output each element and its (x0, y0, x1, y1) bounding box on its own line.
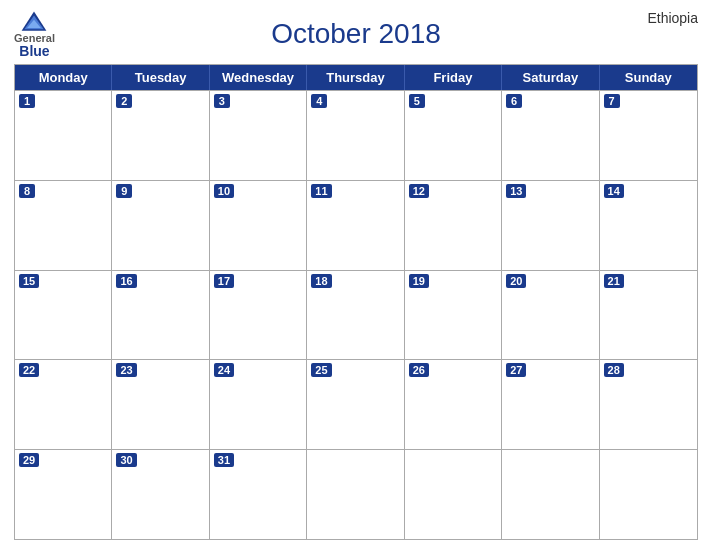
day-number: 17 (214, 274, 234, 288)
day-number: 6 (506, 94, 522, 108)
day-number: 28 (604, 363, 624, 377)
day-number: 14 (604, 184, 624, 198)
week-row-2: 891011121314 (15, 180, 697, 270)
day-number: 15 (19, 274, 39, 288)
day-cell-3-6: 28 (600, 360, 697, 449)
day-number: 22 (19, 363, 39, 377)
day-cell-0-2: 3 (210, 91, 307, 180)
day-cell-4-4 (405, 450, 502, 539)
day-number: 23 (116, 363, 136, 377)
day-cell-2-4: 19 (405, 271, 502, 360)
calendar-page: General Blue October 2018 Ethiopia Monda… (0, 0, 712, 550)
day-cell-0-1: 2 (112, 91, 209, 180)
day-number: 20 (506, 274, 526, 288)
header-thursday: Thursday (307, 65, 404, 90)
day-cell-3-3: 25 (307, 360, 404, 449)
day-cell-1-5: 13 (502, 181, 599, 270)
day-number: 9 (116, 184, 132, 198)
day-number: 16 (116, 274, 136, 288)
day-number: 25 (311, 363, 331, 377)
day-number: 29 (19, 453, 39, 467)
day-cell-1-4: 12 (405, 181, 502, 270)
day-cell-1-1: 9 (112, 181, 209, 270)
day-cell-4-5 (502, 450, 599, 539)
day-headers-row: Monday Tuesday Wednesday Thursday Friday… (15, 65, 697, 90)
day-cell-2-0: 15 (15, 271, 112, 360)
country-label: Ethiopia (647, 10, 698, 26)
day-cell-2-6: 21 (600, 271, 697, 360)
weeks-container: 1234567891011121314151617181920212223242… (15, 90, 697, 539)
calendar-grid: Monday Tuesday Wednesday Thursday Friday… (14, 64, 698, 540)
day-number: 5 (409, 94, 425, 108)
day-cell-1-2: 10 (210, 181, 307, 270)
day-cell-0-4: 5 (405, 91, 502, 180)
day-number: 4 (311, 94, 327, 108)
day-cell-3-4: 26 (405, 360, 502, 449)
logo: General Blue (14, 10, 55, 58)
day-cell-1-6: 14 (600, 181, 697, 270)
logo-icon (20, 10, 48, 32)
day-cell-4-2: 31 (210, 450, 307, 539)
day-number: 27 (506, 363, 526, 377)
day-cell-3-5: 27 (502, 360, 599, 449)
day-cell-3-1: 23 (112, 360, 209, 449)
day-number: 18 (311, 274, 331, 288)
logo-blue-text: Blue (19, 44, 49, 58)
day-cell-2-5: 20 (502, 271, 599, 360)
day-number: 7 (604, 94, 620, 108)
header-sunday: Sunday (600, 65, 697, 90)
day-cell-1-0: 8 (15, 181, 112, 270)
day-number: 12 (409, 184, 429, 198)
day-cell-2-2: 17 (210, 271, 307, 360)
header-tuesday: Tuesday (112, 65, 209, 90)
day-number: 1 (19, 94, 35, 108)
day-number: 13 (506, 184, 526, 198)
day-number: 2 (116, 94, 132, 108)
day-number: 24 (214, 363, 234, 377)
day-number: 21 (604, 274, 624, 288)
day-number: 8 (19, 184, 35, 198)
day-cell-2-1: 16 (112, 271, 209, 360)
day-number: 19 (409, 274, 429, 288)
day-number: 11 (311, 184, 331, 198)
week-row-4: 22232425262728 (15, 359, 697, 449)
day-cell-0-5: 6 (502, 91, 599, 180)
day-cell-0-0: 1 (15, 91, 112, 180)
day-cell-3-2: 24 (210, 360, 307, 449)
day-cell-4-0: 29 (15, 450, 112, 539)
day-cell-3-0: 22 (15, 360, 112, 449)
header-wednesday: Wednesday (210, 65, 307, 90)
week-row-1: 1234567 (15, 90, 697, 180)
day-cell-4-3 (307, 450, 404, 539)
day-cell-4-1: 30 (112, 450, 209, 539)
day-number: 26 (409, 363, 429, 377)
day-number: 3 (214, 94, 230, 108)
calendar-header: General Blue October 2018 Ethiopia (14, 10, 698, 58)
day-number: 30 (116, 453, 136, 467)
day-cell-1-3: 11 (307, 181, 404, 270)
header-monday: Monday (15, 65, 112, 90)
day-cell-0-6: 7 (600, 91, 697, 180)
day-number: 10 (214, 184, 234, 198)
week-row-5: 293031 (15, 449, 697, 539)
header-friday: Friday (405, 65, 502, 90)
day-number: 31 (214, 453, 234, 467)
day-cell-0-3: 4 (307, 91, 404, 180)
week-row-3: 15161718192021 (15, 270, 697, 360)
calendar-title: October 2018 (271, 18, 441, 50)
day-cell-2-3: 18 (307, 271, 404, 360)
header-saturday: Saturday (502, 65, 599, 90)
day-cell-4-6 (600, 450, 697, 539)
